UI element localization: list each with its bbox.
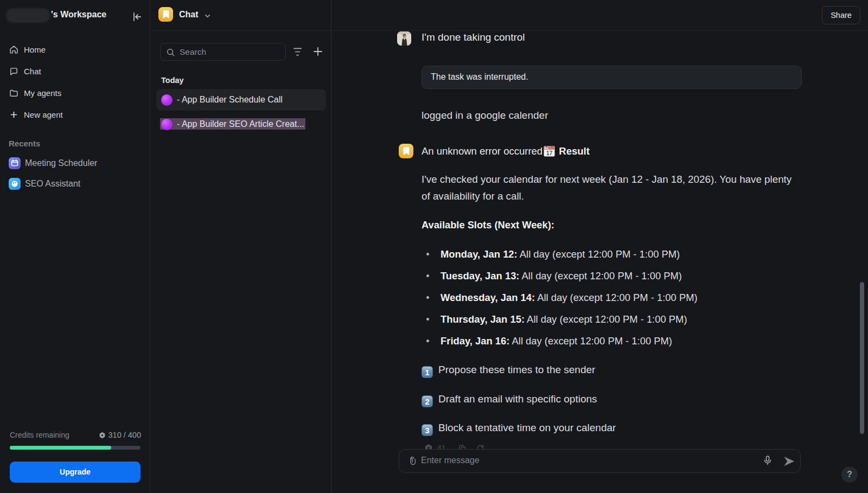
svg-text:17: 17 <box>546 150 553 156</box>
